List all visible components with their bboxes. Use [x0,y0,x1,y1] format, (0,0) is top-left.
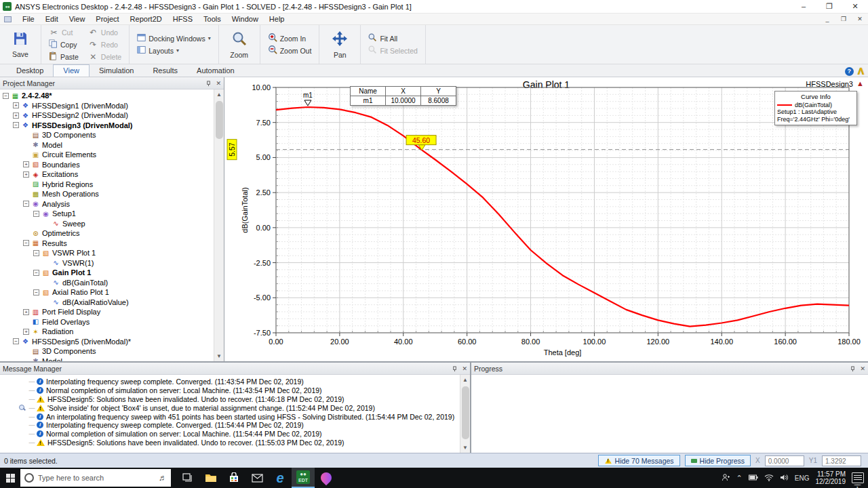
tree-item[interactable]: ▨Hybrid Regions [0,180,214,190]
cut-button[interactable]: ✂Cut [47,26,81,38]
collapse-icon[interactable]: − [33,289,39,296]
tree-item[interactable]: −❖HFSSDesign5 (DrivenModal)* [0,337,214,347]
y-coord-value[interactable]: 1.3292 [822,455,861,466]
hide-messages-button[interactable]: Hide 70 Messages [598,455,680,466]
message-scrollbar[interactable]: ▲ ▼ [460,375,470,453]
paste-button[interactable]: Paste [47,51,81,62]
zoom-in-button[interactable]: Zoom In [266,33,314,44]
message-row[interactable]: —iNormal completion of simulation on ser… [0,430,460,439]
tree-item[interactable]: +❖HFSSDesign2 (DrivenModal) [0,110,214,121]
tree-item[interactable]: +▧Boundaries [0,160,214,170]
message-row[interactable]: —iAn interpolating frequency sweep with … [0,412,460,421]
fit-selected-button[interactable]: Fit Selected [366,45,419,56]
project-tree-scrollbar[interactable]: ▲ ▼ [214,89,224,361]
pin-icon[interactable] [850,363,856,375]
tab-desktop[interactable]: Desktop [7,65,53,77]
expand-icon[interactable]: + [13,102,19,108]
collapse-icon[interactable]: − [13,338,19,344]
volume-icon[interactable] [780,474,789,483]
tree-item[interactable]: +✶Radiation [0,327,214,337]
edge-browser-button[interactable]: e [269,468,292,488]
tree-item[interactable]: ⊛Optimetrics [0,228,214,239]
maps-button[interactable] [315,468,338,488]
menu-hfss[interactable]: HFSS [167,15,198,23]
close-panel-icon[interactable]: ✕ [462,365,467,372]
tree-item[interactable]: ∿dB(GainTotal) [0,278,214,288]
collapse-icon[interactable]: − [33,250,39,256]
gain-chart[interactable]: 0.0020.0040.0060.0080.00100.00120.00140.… [224,77,865,361]
copy-button[interactable]: Copy [47,39,81,50]
people-icon[interactable] [722,473,730,483]
collapse-icon[interactable]: − [13,122,19,128]
child-close-button[interactable]: ✕ [852,14,868,24]
tree-item[interactable]: ✱Model [0,140,214,150]
help-icon[interactable]: ? [845,67,854,76]
undo-button[interactable]: ↶Undo [86,26,123,38]
maximize-button[interactable]: ❐ [816,0,842,13]
tree-item[interactable]: −◉Setup1 [0,209,214,219]
tree-item[interactable]: ▤3D Components [0,346,214,357]
mdi-document-icon[interactable] [4,16,12,22]
tree-item[interactable]: ▣Circuit Elements [0,150,214,160]
tree-item[interactable]: ∿VSWR(1) [0,258,214,268]
tree-item[interactable]: ▩Mesh Operations [0,189,214,199]
tree-item[interactable]: −▦2.4-2.48* [0,91,214,101]
close-panel-icon[interactable]: ✕ [860,365,865,372]
expand-icon[interactable]: + [23,161,29,167]
close-button[interactable]: ✕ [842,0,868,13]
menu-project[interactable]: Project [90,15,124,23]
docking-windows-button[interactable]: Docking Windows▾ [135,33,212,44]
action-center-icon[interactable]: 1 [852,472,864,483]
tab-view[interactable]: View [53,64,90,77]
zoom-out-button[interactable]: Zoom Out [266,45,314,56]
menu-view[interactable]: View [64,15,91,23]
zoom-button[interactable]: Zoom [224,30,254,59]
minimize-button[interactable]: – [791,0,816,13]
ansys-edt-button[interactable]: ●●EDT [292,468,315,488]
expand-icon[interactable]: + [23,329,29,335]
menu-help[interactable]: Help [264,15,290,23]
pin-icon[interactable] [205,77,212,89]
mail-button[interactable] [245,468,269,488]
tree-item[interactable]: −▦Results [0,239,214,249]
tree-item[interactable]: ✱Model [0,357,214,362]
delete-button[interactable]: ✕Delete [86,51,123,62]
save-button[interactable]: Save [5,31,35,58]
tree-item[interactable]: −◉Analysis [0,199,214,209]
language-indicator[interactable]: ENG [795,474,810,482]
tree-item[interactable]: ◧Field Overlays [0,317,214,327]
collapse-icon[interactable]: − [33,211,39,217]
tree-item[interactable]: −▧VSWR Plot 1 [0,248,214,258]
microphone-icon[interactable]: ♬ [159,473,167,483]
tab-simulation[interactable]: Simulation [90,65,143,77]
file-explorer-button[interactable] [199,468,222,488]
message-row[interactable]: —HFSSDesign5: Solutions have been invali… [0,395,460,404]
collapse-icon[interactable]: − [23,240,29,246]
expand-icon[interactable]: + [23,171,29,178]
tab-results[interactable]: Results [143,65,187,77]
tree-item[interactable]: +❖HFSSDesign1 (DrivenModal) [0,101,214,111]
tree-item[interactable]: ∿Sweep [0,219,214,229]
hide-progress-button[interactable]: Hide Progress [685,455,751,466]
fit-all-button[interactable]: Fit All [366,33,419,44]
tab-automation[interactable]: Automation [187,65,244,77]
expand-icon[interactable]: + [23,309,29,315]
child-restore-button[interactable]: ❐ [835,14,852,24]
tree-item[interactable]: −▧Axial Ratio Plot 1 [0,287,214,298]
message-row[interactable]: —iNormal completion of simulation on ser… [0,386,460,395]
wifi-icon[interactable] [764,474,774,483]
pin-icon[interactable] [452,363,458,375]
message-row[interactable]: —'Solve inside' for object 'Box4' is uns… [0,403,460,412]
redo-button[interactable]: ↷Redo [86,39,123,50]
collapse-icon[interactable]: − [3,93,9,99]
tree-item[interactable]: +◈Excitations [0,169,214,180]
start-button[interactable] [0,468,20,488]
menu-file[interactable]: File [17,15,40,23]
menu-window[interactable]: Window [226,15,264,23]
message-row[interactable]: —iInterpolating frequency sweep complete… [0,378,460,386]
expand-icon[interactable]: + [13,113,19,119]
tree-item[interactable]: ▤3D Components [0,130,214,140]
task-view-button[interactable] [176,468,199,488]
collapse-icon[interactable]: − [33,270,39,276]
menu-report2d[interactable]: Report2D [125,15,167,23]
